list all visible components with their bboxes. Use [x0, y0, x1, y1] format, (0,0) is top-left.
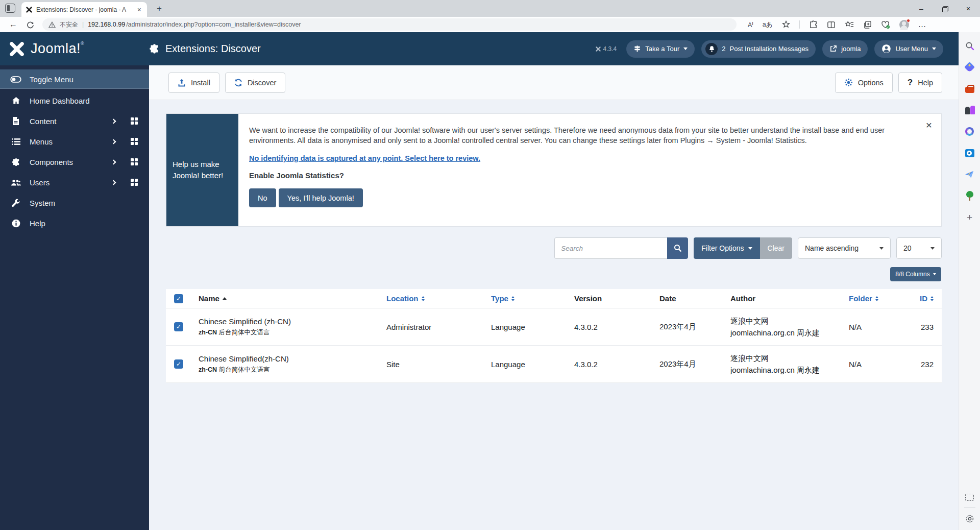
options-button[interactable]: Options [835, 73, 893, 93]
sort-select[interactable]: Name ascending [798, 237, 891, 259]
collections-icon[interactable] [863, 20, 872, 29]
limit-select[interactable]: 20 [896, 237, 942, 259]
dashboard-grid-icon[interactable] [131, 179, 138, 186]
not-secure-label[interactable]: 不安全 [60, 20, 78, 29]
sidebar-settings-gear-icon[interactable] [964, 513, 975, 524]
tab-close-icon[interactable]: × [136, 6, 143, 14]
sidebar-item-users[interactable]: Users [0, 172, 149, 192]
favorite-star-icon[interactable] [782, 20, 790, 29]
extensions-icon[interactable] [809, 20, 818, 29]
split-screen-icon[interactable] [827, 20, 836, 29]
toolbar-separator [799, 20, 800, 29]
column-header-date: Date [659, 294, 730, 303]
sidebar-drop-icon[interactable] [964, 169, 975, 180]
tab-actions-menu-icon[interactable] [5, 4, 15, 13]
sidebar-item-toggle-menu[interactable]: Toggle Menu [0, 69, 149, 89]
user-menu-button[interactable]: User Menu [874, 40, 943, 58]
cell-folder: N/A [849, 323, 903, 331]
favorites-list-icon[interactable] [845, 20, 854, 29]
help-button[interactable]: ? Help [898, 73, 942, 93]
discover-button[interactable]: Discover [225, 73, 285, 93]
profile-avatar[interactable] [899, 20, 909, 30]
filter-bar: Filter Options Clear Name ascending 20 [149, 237, 942, 259]
row-checkbox[interactable]: ✓ [174, 359, 183, 369]
sidebar-games-icon[interactable] [964, 105, 975, 115]
install-button[interactable]: Install [168, 73, 219, 93]
column-header-id[interactable]: ID [903, 294, 934, 303]
back-icon[interactable]: ← [9, 20, 17, 29]
sort-both-icon [875, 296, 878, 301]
sidebar-item-components[interactable]: Components [0, 152, 149, 172]
post-installation-messages-button[interactable]: 2 Post Installation Messages [701, 40, 816, 58]
sidebar-outlook-icon[interactable] [964, 148, 975, 158]
cell-date: 2023年4月 [659, 359, 730, 369]
sort-both-icon [511, 296, 514, 301]
search-button[interactable] [667, 237, 688, 259]
sidebar-divider [964, 508, 975, 508]
tab-title: Extensions: Discover - joomla - A [36, 6, 132, 13]
extensions-table: ✓ Name Location Type Version Date Author… [166, 289, 942, 383]
browser-tab-strip: Extensions: Discover - joomla - A × + – … [0, 0, 980, 17]
read-aloud-icon[interactable]: Aᑊ [748, 21, 753, 29]
cell-folder: N/A [849, 360, 903, 369]
column-header-name[interactable]: Name [199, 294, 386, 303]
screenshot-icon[interactable] [964, 492, 975, 502]
profile-notification-dot [906, 19, 910, 22]
sidebar-tree-icon[interactable] [964, 190, 975, 201]
window-close-button[interactable]: × [957, 0, 980, 17]
refresh-icon[interactable] [27, 21, 34, 29]
statistics-review-link[interactable]: No identifying data is captured at any p… [249, 154, 480, 162]
dashboard-grid-icon[interactable] [131, 138, 138, 145]
user-circle-icon [881, 44, 891, 54]
question-mark-icon: ? [908, 78, 913, 88]
toolbar-strip: Install Discover Options ? Help [149, 65, 959, 100]
sidebar-item-menus[interactable]: Menus [0, 131, 149, 152]
sidebar-shopping-icon[interactable] [964, 62, 975, 73]
search-input[interactable] [554, 237, 667, 259]
window-restore-button[interactable] [933, 0, 957, 17]
translate-icon[interactable]: aあ [763, 20, 773, 29]
sidebar-item-system[interactable]: System [0, 192, 149, 213]
extension-subtitle: zh-CN 后台简体中文语言 [199, 328, 270, 337]
sidebar-item-help[interactable]: Help [0, 213, 149, 233]
address-bar[interactable]: 不安全 | 192.168.0.99/administrator/index.p… [42, 18, 737, 31]
row-checkbox[interactable]: ✓ [174, 322, 183, 331]
take-a-tour-button[interactable]: Take a Tour [626, 40, 695, 58]
browser-tab[interactable]: Extensions: Discover - joomla - A × [21, 2, 147, 17]
brand-text: Joomla!® [31, 41, 84, 57]
clear-button[interactable]: Clear [760, 237, 792, 259]
cell-location: Administrator [386, 323, 491, 331]
messages-count-badge: 2 [722, 45, 725, 53]
statistics-yes-button[interactable]: Yes, I'll help Joomla! [279, 188, 363, 207]
statistics-aside: Help us make Joomla! better! [166, 114, 238, 226]
sidebar-item-home-dashboard[interactable]: Home Dashboard [0, 90, 149, 111]
joomla-header: Joomla!® Extensions: Discover 4.3.4 Take… [0, 32, 959, 65]
file-icon [10, 117, 21, 125]
bell-icon [705, 43, 718, 55]
browser-essentials-icon[interactable] [881, 20, 890, 29]
cell-type: Language [491, 360, 574, 369]
column-header-folder[interactable]: Folder [849, 294, 903, 303]
select-all-checkbox[interactable]: ✓ [174, 294, 183, 303]
table-row: ✓ Chinese Simplified (zh-CN) zh-CN 后台简体中… [166, 308, 942, 346]
sidebar-item-content[interactable]: Content [0, 111, 149, 131]
statistics-no-button[interactable]: No [249, 188, 276, 207]
sidebar-tools-icon[interactable] [964, 83, 975, 94]
new-tab-button[interactable]: + [153, 3, 165, 14]
more-menu-icon[interactable]: … [918, 20, 927, 29]
dashboard-grid-icon[interactable] [131, 117, 138, 125]
upload-icon [178, 79, 186, 87]
sidebar-microsoft365-icon[interactable] [964, 126, 975, 137]
sidebar-search-icon[interactable] [964, 40, 975, 51]
columns-toggle-button[interactable]: 8/8 Columns [890, 267, 941, 281]
sidebar-add-icon[interactable]: + [964, 212, 975, 223]
column-header-location[interactable]: Location [386, 294, 491, 303]
filter-options-button[interactable]: Filter Options [694, 237, 760, 259]
column-header-type[interactable]: Type [491, 294, 574, 303]
window-minimize-button[interactable]: – [910, 0, 933, 17]
external-link-icon [829, 45, 837, 53]
puzzle-icon [10, 158, 21, 166]
view-site-button[interactable]: joomla [822, 40, 868, 58]
close-icon[interactable]: × [926, 119, 932, 131]
dashboard-grid-icon[interactable] [131, 158, 138, 165]
